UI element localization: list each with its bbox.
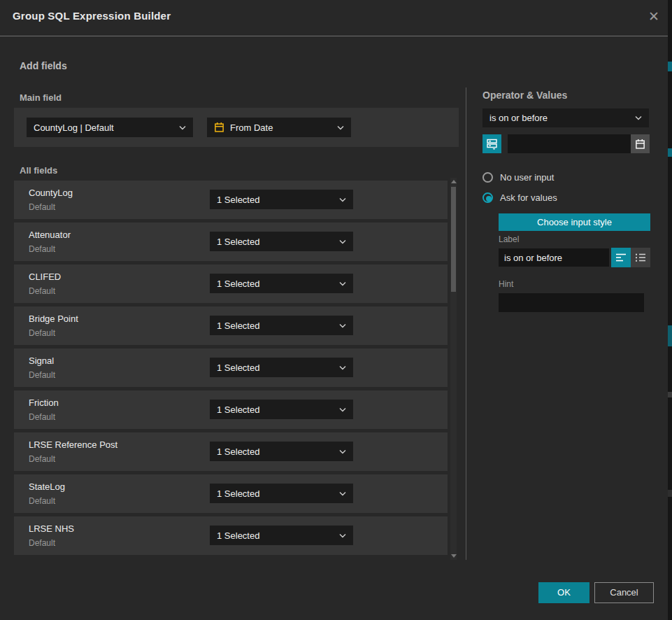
- layer-select-value: CountyLog | Default: [34, 122, 175, 133]
- field-name: LRSE NHS: [29, 523, 74, 534]
- field-selected-dropdown[interactable]: 1 Selected: [210, 400, 353, 419]
- section-title: Add fields: [20, 60, 67, 71]
- field-name: CountyLog: [29, 188, 73, 198]
- choose-input-style-button[interactable]: Choose input style: [499, 213, 650, 231]
- field-subtitle: Default: [29, 202, 55, 212]
- operator-select[interactable]: is on or before: [482, 108, 649, 127]
- field-selected-value: 1 Selected: [217, 404, 335, 415]
- background-fragment: [668, 148, 672, 157]
- background-fragment: [668, 62, 672, 71]
- chevron-down-icon: [635, 115, 642, 120]
- field-selected-dropdown[interactable]: 1 Selected: [210, 358, 353, 377]
- close-icon[interactable]: ✕: [645, 8, 663, 26]
- date-value-input[interactable]: [508, 134, 631, 153]
- field-name: Bridge Point: [29, 313, 78, 324]
- field-subtitle: Default: [29, 454, 55, 464]
- chevron-down-icon: [337, 125, 344, 130]
- field-subtitle: Default: [29, 412, 55, 422]
- operator-select-value: is on or before: [489, 113, 631, 123]
- layer-select[interactable]: CountyLog | Default: [27, 118, 193, 137]
- calendar-icon: [214, 122, 224, 133]
- field-subtitle: Default: [29, 286, 55, 296]
- all-fields-list: CountyLog Default 1 Selected Attenuator …: [14, 181, 448, 558]
- field-subtitle: Default: [29, 538, 55, 548]
- field-selected-value: 1 Selected: [217, 279, 335, 289]
- field-name: CLIFED: [29, 272, 61, 282]
- field-name: Attenuator: [29, 230, 71, 240]
- operator-values-title: Operator & Values: [482, 90, 567, 101]
- field-subtitle: Default: [29, 496, 55, 506]
- field-row: LRSE NHS Default 1 Selected: [14, 516, 448, 555]
- field-subtitle: Default: [29, 244, 55, 254]
- field-row: LRSE Reference Post Default 1 Selected: [14, 432, 448, 471]
- field-selected-dropdown[interactable]: 1 Selected: [210, 232, 353, 251]
- field-row: Friction Default 1 Selected: [14, 390, 448, 429]
- field-selected-value: 1 Selected: [217, 488, 335, 499]
- field-selected-dropdown[interactable]: 1 Selected: [210, 316, 353, 335]
- title-divider: [0, 36, 668, 36]
- main-field-select-value: From Date: [230, 122, 333, 133]
- field-selected-value: 1 Selected: [217, 237, 335, 247]
- radio-no-user-input[interactable]: No user input: [482, 172, 554, 183]
- cancel-button[interactable]: Cancel: [594, 582, 654, 603]
- chevron-down-icon: [339, 365, 346, 370]
- field-name: StateLog: [29, 481, 65, 492]
- chevron-down-icon: [339, 197, 346, 202]
- calendar-picker-icon[interactable]: [631, 134, 650, 153]
- group-sql-expression-builder-dialog: Group SQL Expression Builder ✕ Add field…: [0, 0, 668, 620]
- field-row: StateLog Default 1 Selected: [14, 474, 448, 513]
- field-row: Bridge Point Default 1 Selected: [14, 307, 448, 345]
- background-fragment: [668, 392, 672, 397]
- label-field-label: Label: [499, 234, 519, 244]
- field-selected-dropdown[interactable]: 1 Selected: [210, 442, 353, 461]
- chevron-down-icon: [339, 449, 346, 454]
- align-left-icon[interactable]: [611, 248, 631, 267]
- radio-circle-off[interactable]: [482, 172, 493, 183]
- main-field-label: Main field: [20, 92, 62, 103]
- radio-no-user-input-label: No user input: [500, 172, 554, 183]
- field-row: CountyLog Default 1 Selected: [14, 181, 448, 219]
- field-row: Signal Default 1 Selected: [14, 348, 448, 387]
- chevron-down-icon: [339, 239, 346, 244]
- all-fields-label: All fields: [20, 165, 57, 176]
- chevron-down-icon: [339, 491, 346, 496]
- scroll-down-icon[interactable]: [451, 554, 457, 558]
- field-name: Friction: [29, 397, 59, 408]
- background-app-edge: [668, 0, 672, 620]
- field-selected-value: 1 Selected: [217, 195, 335, 205]
- label-input[interactable]: [499, 248, 609, 267]
- dialog-title: Group SQL Expression Builder: [13, 10, 171, 22]
- field-selected-dropdown[interactable]: 1 Selected: [210, 526, 353, 545]
- hint-input[interactable]: [499, 293, 644, 312]
- scrollbar-thumb[interactable]: [451, 187, 456, 292]
- radio-ask-for-values-label: Ask for values: [500, 192, 557, 203]
- field-selected-value: 1 Selected: [217, 320, 335, 331]
- chevron-down-icon: [339, 407, 346, 412]
- radio-circle-on[interactable]: [482, 192, 493, 203]
- background-fragment: [668, 490, 672, 497]
- get-values-stack-icon[interactable]: [482, 134, 501, 153]
- field-selected-dropdown[interactable]: 1 Selected: [210, 190, 353, 209]
- field-selected-value: 1 Selected: [217, 362, 335, 373]
- field-name: LRSE Reference Post: [29, 439, 117, 450]
- main-field-select[interactable]: From Date: [207, 118, 351, 137]
- background-fragment: [668, 325, 672, 346]
- panel-divider: [466, 87, 466, 560]
- radio-ask-for-values[interactable]: Ask for values: [482, 192, 557, 203]
- chevron-down-icon: [179, 125, 186, 130]
- bulleted-list-icon[interactable]: [631, 248, 650, 267]
- fields-scrollbar[interactable]: [450, 178, 457, 560]
- field-subtitle: Default: [29, 370, 55, 380]
- field-selected-dropdown[interactable]: 1 Selected: [210, 274, 353, 293]
- field-selected-dropdown[interactable]: 1 Selected: [210, 484, 353, 503]
- chevron-down-icon: [339, 281, 346, 286]
- chevron-down-icon: [339, 533, 346, 538]
- chevron-down-icon: [339, 323, 346, 328]
- hint-field-label: Hint: [499, 279, 513, 289]
- field-selected-value: 1 Selected: [217, 530, 335, 541]
- field-name: Signal: [29, 355, 54, 366]
- field-selected-value: 1 Selected: [217, 446, 335, 457]
- main-field-box: CountyLog | Default From Date: [14, 108, 459, 147]
- ok-button[interactable]: OK: [538, 582, 589, 603]
- scroll-up-icon[interactable]: [451, 180, 457, 183]
